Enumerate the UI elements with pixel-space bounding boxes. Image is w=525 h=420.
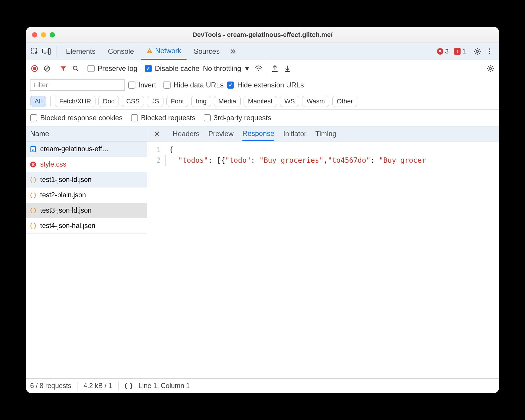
svg-point-19 xyxy=(489,67,492,70)
type-chip-wasm[interactable]: Wasm xyxy=(302,96,329,107)
tab-console[interactable]: Console xyxy=(103,43,139,60)
request-row[interactable]: cream-gelatinous-eff… xyxy=(26,141,147,157)
json-icon xyxy=(30,222,37,229)
titlebar: DevTools - cream-gelatinous-effect.glitc… xyxy=(26,27,499,43)
request-name: test4-json-hal.json xyxy=(40,222,95,230)
maximize-window-button[interactable] xyxy=(50,32,55,38)
settings-icon[interactable] xyxy=(473,47,482,56)
detail-tab-preview[interactable]: Preview xyxy=(208,126,234,141)
clear-button[interactable] xyxy=(43,64,51,73)
type-chip-img[interactable]: Img xyxy=(191,96,211,107)
network-conditions-icon[interactable] xyxy=(254,64,263,73)
type-chip-css[interactable]: CSS xyxy=(122,96,144,107)
detail-tab-timing[interactable]: Timing xyxy=(315,126,336,141)
request-row[interactable]: test3-json-ld.json xyxy=(26,203,147,218)
svg-rect-3 xyxy=(48,48,50,54)
svg-point-8 xyxy=(489,51,490,52)
pretty-print-icon[interactable] xyxy=(124,383,133,389)
network-settings-icon[interactable] xyxy=(486,64,495,73)
type-chip-manifest[interactable]: Manifest xyxy=(244,96,277,107)
svg-point-7 xyxy=(489,48,490,49)
line-number: 1 xyxy=(147,144,165,155)
request-list-panel: Name cream-gelatinous-eff…style.csstest1… xyxy=(26,126,147,378)
close-window-button[interactable] xyxy=(32,32,37,38)
svg-line-13 xyxy=(45,66,49,71)
hide-data-urls-checkbox[interactable]: Hide data URLs xyxy=(163,81,223,89)
request-row[interactable]: style.css xyxy=(26,157,147,172)
error-icon xyxy=(30,161,37,168)
detail-tabs: Headers Preview Response Initiator Timin… xyxy=(147,126,499,141)
request-row[interactable]: test1-json-ld.json xyxy=(26,172,147,188)
status-requests: 6 / 8 requests xyxy=(30,382,71,390)
request-list: cream-gelatinous-eff…style.csstest1-json… xyxy=(26,141,147,378)
svg-point-16 xyxy=(258,70,259,71)
request-row[interactable]: test2-plain.json xyxy=(26,188,147,203)
svg-point-14 xyxy=(73,66,77,70)
network-toolbar: Preserve log Disable cache No throttling… xyxy=(26,60,499,77)
close-detail-icon[interactable] xyxy=(153,129,161,138)
traffic-lights xyxy=(32,32,55,38)
json-icon xyxy=(30,192,37,199)
record-button[interactable] xyxy=(30,64,39,73)
export-har-icon[interactable] xyxy=(270,64,279,73)
more-tabs-icon[interactable] xyxy=(229,47,237,56)
tab-network[interactable]: Network xyxy=(141,43,187,60)
device-toolbar-icon[interactable] xyxy=(42,47,51,56)
type-chip-all[interactable]: All xyxy=(30,96,46,107)
throttling-select[interactable]: No throttling ▼ xyxy=(203,64,250,73)
chevron-down-icon: ▼ xyxy=(244,64,251,73)
tab-elements[interactable]: Elements xyxy=(61,43,101,60)
hide-extension-urls-checkbox[interactable]: Hide extension URLs xyxy=(227,81,304,89)
type-chip-other[interactable]: Other xyxy=(332,96,357,107)
svg-rect-2 xyxy=(44,53,46,54)
tab-sources[interactable]: Sources xyxy=(188,43,225,60)
filter-toggle-icon[interactable] xyxy=(59,64,68,73)
status-transfer: 4.2 kB / 1 xyxy=(83,382,112,390)
svg-point-9 xyxy=(489,53,490,54)
preserve-log-checkbox[interactable]: Preserve log xyxy=(88,64,137,73)
invert-checkbox[interactable]: Invert xyxy=(128,81,156,89)
error-counter[interactable]: ✕ 3 xyxy=(437,48,449,55)
json-icon xyxy=(30,207,37,214)
detail-tab-initiator[interactable]: Initiator xyxy=(283,126,307,141)
more-filters-row: Blocked response cookies Blocked request… xyxy=(26,110,499,126)
svg-rect-1 xyxy=(43,49,48,53)
request-row[interactable]: test4-json-hal.json xyxy=(26,218,147,234)
disable-cache-checkbox[interactable]: Disable cache xyxy=(145,64,200,73)
main-tabstrip: Elements Console Network Sources ✕ 3 ! 1 xyxy=(26,43,499,60)
detail-tab-response[interactable]: Response xyxy=(242,126,274,141)
status-bar: 6 / 8 requests 4.2 kB / 1 Line 1, Column… xyxy=(26,378,499,393)
filter-input[interactable] xyxy=(30,79,125,91)
type-chip-js[interactable]: JS xyxy=(147,96,163,107)
blocked-requests-checkbox[interactable]: Blocked requests xyxy=(131,114,195,122)
type-filter-row: All Fetch/XHR Doc CSS JS Font Img Media … xyxy=(26,93,499,110)
search-icon[interactable] xyxy=(71,64,80,73)
type-chip-fetchxhr[interactable]: Fetch/XHR xyxy=(55,96,95,107)
type-chip-ws[interactable]: WS xyxy=(280,96,299,107)
type-chip-media[interactable]: Media xyxy=(214,96,241,107)
error-badge-icon: ✕ xyxy=(437,48,443,55)
issue-badge-icon: ! xyxy=(454,48,461,55)
type-chip-doc[interactable]: Doc xyxy=(98,96,119,107)
issues-counter[interactable]: ! 1 xyxy=(454,48,466,55)
svg-line-15 xyxy=(77,69,78,71)
inspect-element-icon[interactable] xyxy=(30,47,39,56)
blocked-cookies-checkbox[interactable]: Blocked response cookies xyxy=(30,114,123,122)
minimize-window-button[interactable] xyxy=(41,32,46,38)
response-body[interactable]: 1 { 2 "todos": [{"todo": "Buy groceries"… xyxy=(147,141,499,378)
split-panel: Name cream-gelatinous-eff…style.csstest1… xyxy=(26,126,499,378)
svg-rect-11 xyxy=(33,67,36,70)
detail-tab-headers[interactable]: Headers xyxy=(173,126,200,141)
third-party-checkbox[interactable]: 3rd-party requests xyxy=(204,114,271,122)
kebab-menu-icon[interactable] xyxy=(485,47,494,56)
import-har-icon[interactable] xyxy=(283,64,292,73)
request-name: test3-json-ld.json xyxy=(40,206,92,214)
svg-point-6 xyxy=(476,50,479,53)
detail-panel: Headers Preview Response Initiator Timin… xyxy=(147,126,499,378)
request-name: test2-plain.json xyxy=(40,191,86,199)
request-name: test1-json-ld.json xyxy=(40,176,92,184)
svg-rect-5 xyxy=(149,52,150,53)
request-list-header[interactable]: Name xyxy=(26,126,147,141)
type-chip-font[interactable]: Font xyxy=(166,96,188,107)
json-icon xyxy=(30,176,37,183)
